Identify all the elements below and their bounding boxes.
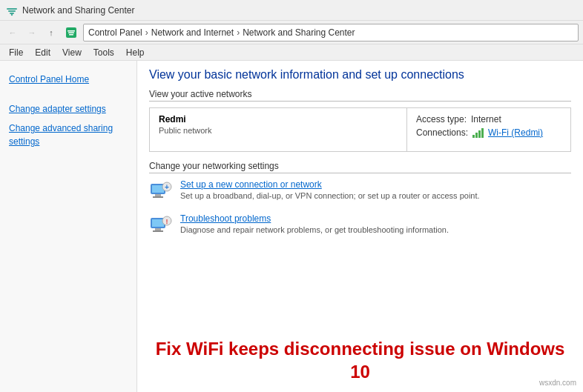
title-bar-text: Network and Sharing Center [22,5,134,16]
svg-rect-17 [153,230,163,232]
breadcrumb-network-internet[interactable]: Network and Internet [151,27,234,38]
svg-text:+: + [165,183,169,191]
content-area: View your basic network information and … [137,61,583,392]
svg-rect-16 [155,228,161,230]
setup-connection-link[interactable]: Set up a new connection or network [180,179,322,190]
setup-connection-text: Set up a new connection or network Set u… [180,179,571,200]
access-type-label: Access type: [416,114,467,124]
setup-connection-icon: + [149,179,173,203]
setup-connection-desc: Set up a broadband, dial-up, or VPN conn… [180,191,571,200]
menu-file[interactable]: File [3,46,29,59]
network-info-right: Access type: Internet Connections: Wi-Fi… [407,108,570,151]
sidebar-control-panel-home[interactable]: Control Panel Home [0,70,136,89]
troubleshoot-desc: Diagnose and repair network problems, or… [180,225,571,234]
network-name: Redmi [159,114,398,124]
nav-bar: ← → ↑ Control Panel › Network and Intern… [0,21,583,44]
svg-rect-10 [155,194,161,196]
network-info-left: Redmi Public network [150,108,407,151]
system-icon [65,27,77,39]
window-icon [6,4,18,16]
menu-tools[interactable]: Tools [88,46,120,59]
active-networks-header: View your active networks [149,89,571,102]
troubleshoot-text: Troubleshoot problems Diagnose and repai… [180,213,571,234]
overlay-text-container: Fix WiFi keeps disconnecting issue on Wi… [137,325,583,392]
setup-connection-option: + Set up a new connection or network Set… [149,179,571,203]
svg-rect-11 [153,196,163,198]
menu-edit[interactable]: Edit [29,46,56,59]
svg-rect-2 [10,13,14,14]
connections-label: Connections: [416,127,468,138]
troubleshoot-option: ! Troubleshoot problems Diagnose and rep… [149,213,571,237]
troubleshoot-link[interactable]: Troubleshoot problems [180,213,271,224]
wifi-signal-icon [472,127,484,138]
connections-row: Connections: Wi-Fi (Redmi) [416,127,561,138]
title-bar: Network and Sharing Center [0,0,583,21]
forward-button[interactable]: → [24,24,40,41]
svg-rect-1 [8,10,16,12]
access-type-value: Internet [471,114,501,124]
svg-rect-7 [69,34,73,36]
wifi-connection-link[interactable]: Wi-Fi (Redmi) [488,127,543,138]
svg-rect-5 [67,30,75,32]
change-settings-header: Change your networking settings [149,161,571,173]
menu-help[interactable]: Help [120,46,151,59]
overlay-heading: Fix WiFi keeps disconnecting issue on Wi… [152,337,568,383]
breadcrumb-control-panel[interactable]: Control Panel [88,27,142,38]
network-box: Redmi Public network Access type: Intern… [149,107,571,152]
breadcrumb-network-sharing[interactable]: Network and Sharing Center [243,27,355,38]
svg-rect-6 [68,32,74,33]
menu-bar: File Edit View Tools Help [0,44,583,61]
main-layout: Control Panel Home Change adapter settin… [0,61,583,392]
sidebar: Control Panel Home Change adapter settin… [0,61,137,392]
back-button[interactable]: ← [4,24,21,41]
svg-point-3 [11,13,13,15]
sidebar-change-adapter[interactable]: Change adapter settings [0,99,136,119]
troubleshoot-icon: ! [149,213,173,237]
watermark: wsxdn.com [537,378,579,388]
svg-text:!: ! [166,218,168,225]
menu-view[interactable]: View [56,46,88,59]
sidebar-change-advanced[interactable]: Change advanced sharing settings [0,119,136,151]
svg-rect-0 [7,8,17,10]
page-title: View your basic network information and … [149,68,571,82]
up-button[interactable]: ↑ [43,24,59,41]
breadcrumb: Control Panel › Network and Internet › N… [83,24,579,41]
settings-section: + Set up a new connection or network Set… [149,179,571,237]
network-type: Public network [159,126,398,135]
access-type-row: Access type: Internet [416,114,561,124]
